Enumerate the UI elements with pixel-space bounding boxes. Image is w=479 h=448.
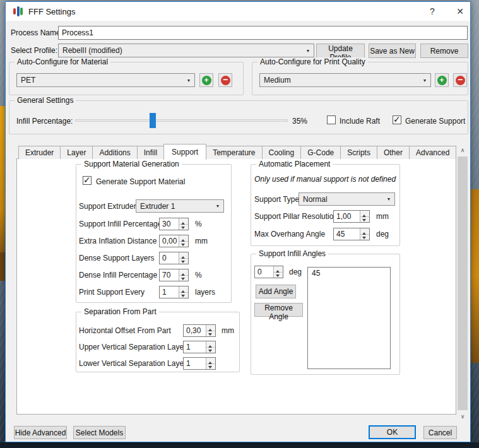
process-name-input[interactable] <box>58 26 468 40</box>
save-as-new-button[interactable]: Save as New <box>369 44 416 58</box>
tab-cooling[interactable]: Cooling <box>262 146 302 159</box>
scroll-down-icon[interactable]: ∨ <box>457 411 468 422</box>
dense-infill-percentage-spinner[interactable]: 70 <box>159 269 189 281</box>
include-raft-checkbox[interactable]: ✓ <box>327 115 336 124</box>
remove-quality-button[interactable]: − <box>453 73 467 87</box>
spinner-buttons[interactable] <box>179 286 188 298</box>
help-button[interactable]: ? <box>423 5 441 18</box>
quality-dropdown[interactable]: Medium ▼ <box>259 73 431 87</box>
field-label: Print Support Every <box>79 288 145 297</box>
extra-inflation-distance-spinner[interactable]: 0,00 <box>159 235 189 247</box>
profile-dropdown[interactable]: RebelII (modified) ▼ <box>58 44 314 57</box>
spinner-value[interactable]: 1,00 <box>334 211 360 222</box>
spin-down-icon[interactable] <box>179 293 188 298</box>
tab-extruder[interactable]: Extruder <box>18 146 61 159</box>
add-quality-button[interactable]: + <box>435 73 449 87</box>
angles-listbox[interactable]: 45 <box>307 267 391 369</box>
spin-down-icon[interactable] <box>206 364 215 370</box>
generate-support-checkbox[interactable]: ✓ <box>393 115 401 124</box>
spinner-buttons[interactable] <box>179 218 188 230</box>
spin-up-icon[interactable] <box>179 218 188 225</box>
remove-angle-button[interactable]: Remove Angle <box>254 303 303 317</box>
support-pillar-resolution-spinner[interactable]: 1,00 <box>333 210 370 223</box>
vertical-scrollbar[interactable]: ∧ ∨ <box>457 145 468 422</box>
list-item[interactable]: 45 <box>308 268 390 279</box>
tab-gcode[interactable]: G-Code <box>300 146 341 159</box>
support-extruder-dropdown[interactable]: Extruder 1 ▼ <box>136 199 224 213</box>
spin-up-icon[interactable] <box>360 211 369 217</box>
spin-down-icon[interactable] <box>206 348 215 353</box>
cancel-button[interactable]: Cancel <box>423 426 457 439</box>
lower-vertical-separation-spinner[interactable]: 1 <box>183 357 216 370</box>
select-models-button[interactable]: Select Models <box>73 426 126 439</box>
remove-material-button[interactable]: − <box>218 73 232 87</box>
spinner-value[interactable]: 0 <box>255 266 273 278</box>
spinner-buttons[interactable] <box>206 325 215 336</box>
spinner-value[interactable]: 1 <box>160 286 179 298</box>
spinner-buttons[interactable] <box>206 358 215 369</box>
add-angle-button[interactable]: Add Angle <box>256 285 296 298</box>
scroll-up-icon[interactable]: ∧ <box>457 145 468 156</box>
spin-down-icon[interactable] <box>179 259 188 264</box>
spinner-value[interactable]: 0,30 <box>184 325 206 336</box>
ok-button[interactable]: OK <box>369 425 416 439</box>
infill-slider-handle[interactable] <box>150 113 156 128</box>
tab-advanced[interactable]: Advanced <box>409 146 456 159</box>
angle-spinner[interactable]: 0 <box>254 266 283 278</box>
max-overhang-angle-spinner[interactable]: 45 <box>333 228 370 240</box>
spin-down-icon[interactable] <box>360 217 369 223</box>
spin-up-icon[interactable] <box>179 235 188 242</box>
spin-up-icon[interactable] <box>179 286 188 293</box>
spinner-value[interactable]: 1 <box>184 358 206 369</box>
support-type-dropdown[interactable]: Normal ▼ <box>299 192 395 206</box>
horizontal-offset-spinner[interactable]: 0,30 <box>183 324 216 337</box>
spinner-buttons[interactable] <box>179 235 188 247</box>
spin-up-icon[interactable] <box>360 228 369 235</box>
spin-down-icon[interactable] <box>360 235 369 240</box>
spin-down-icon[interactable] <box>274 273 283 278</box>
spin-up-icon[interactable] <box>274 266 283 273</box>
tab-additions[interactable]: Additions <box>92 146 137 159</box>
print-support-every-spinner[interactable]: 1 <box>159 286 189 298</box>
tab-temperature[interactable]: Temperature <box>206 146 262 159</box>
close-button[interactable]: ✕ <box>451 5 469 18</box>
spinner-buttons[interactable] <box>360 211 369 222</box>
spinner-buttons[interactable] <box>273 266 283 278</box>
remove-profile-button[interactable]: Remove <box>420 44 468 58</box>
tab-infill[interactable]: Infill <box>137 146 164 159</box>
spin-up-icon[interactable] <box>206 358 215 364</box>
generate-support-material-checkbox[interactable]: ✓ <box>83 176 92 185</box>
hide-advanced-button[interactable]: Hide Advanced <box>14 426 67 439</box>
dense-support-layers-spinner[interactable]: 0 <box>159 252 189 264</box>
spinner-buttons[interactable] <box>179 269 188 281</box>
support-infill-percentage-spinner[interactable]: 30 <box>159 218 189 230</box>
spin-up-icon[interactable] <box>179 269 188 276</box>
add-material-button[interactable]: + <box>199 73 213 87</box>
spinner-value[interactable]: 70 <box>160 269 179 281</box>
tab-other[interactable]: Other <box>377 146 410 159</box>
spinner-value[interactable]: 1 <box>184 341 206 353</box>
spinner-buttons[interactable] <box>179 252 188 264</box>
title-bar[interactable]: FFF Settings ? ✕ <box>6 2 470 21</box>
spinner-value[interactable]: 0 <box>160 252 179 264</box>
spin-down-icon[interactable] <box>179 242 188 247</box>
spin-down-icon[interactable] <box>179 276 188 281</box>
spinner-buttons[interactable] <box>360 228 369 240</box>
infill-slider-track[interactable] <box>75 119 288 122</box>
spin-down-icon[interactable] <box>206 331 215 337</box>
spin-down-icon[interactable] <box>179 225 188 230</box>
spinner-buttons[interactable] <box>206 341 215 353</box>
scrollbar-thumb[interactable] <box>458 156 468 410</box>
tab-support[interactable]: Support <box>163 144 206 160</box>
upper-vertical-separation-spinner[interactable]: 1 <box>183 341 216 353</box>
tab-layer[interactable]: Layer <box>60 146 93 159</box>
spin-up-icon[interactable] <box>206 341 215 348</box>
material-dropdown[interactable]: PET ▼ <box>16 73 195 87</box>
spinner-value[interactable]: 30 <box>160 218 179 230</box>
spinner-value[interactable]: 45 <box>334 228 360 240</box>
spin-up-icon[interactable] <box>179 252 188 259</box>
update-profile-button[interactable]: Update Profile <box>316 44 365 58</box>
tab-scripts[interactable]: Scripts <box>340 146 377 159</box>
spinner-value[interactable]: 0,00 <box>160 235 179 247</box>
spin-up-icon[interactable] <box>206 325 215 331</box>
